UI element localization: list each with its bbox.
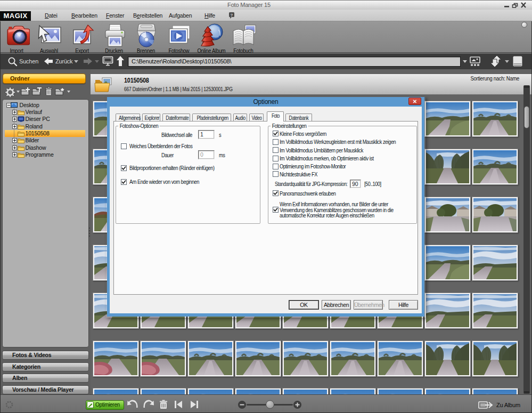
svg-text:?: ?	[231, 13, 233, 18]
